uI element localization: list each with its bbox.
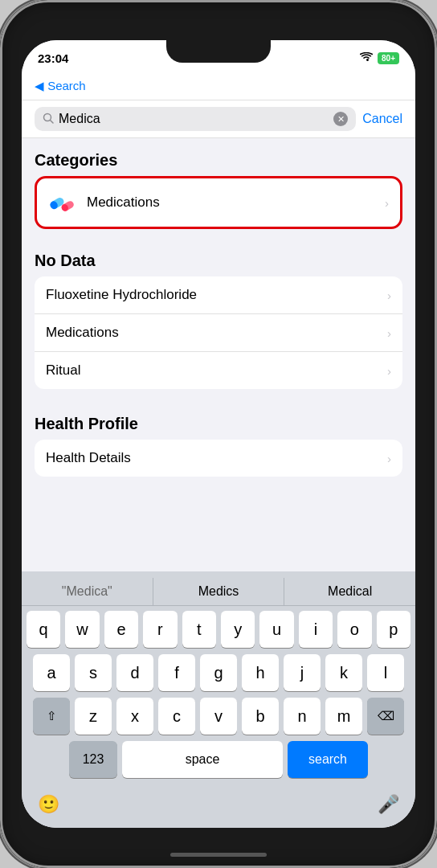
category-medications-label: Medications — [87, 194, 385, 211]
key-r[interactable]: r — [143, 611, 177, 648]
category-medications-item[interactable]: Medications › — [35, 176, 402, 229]
key-y[interactable]: y — [221, 611, 255, 648]
key-t[interactable]: t — [182, 611, 216, 648]
key-a[interactable]: a — [33, 654, 70, 691]
category-medications-wrap: Medications › — [35, 176, 402, 229]
wifi-icon — [360, 51, 373, 64]
key-b[interactable]: b — [242, 698, 279, 735]
keyboard-area: "Medica" Medics Medical q w e r t y u i … — [22, 571, 415, 828]
battery-badge: 80+ — [378, 52, 399, 64]
bottom-bar: 🙂 🎤 — [22, 788, 415, 828]
search-input-wrap: Medica ✕ — [35, 107, 356, 131]
key-row-4: 123 space search — [27, 741, 410, 778]
nav-bar: ◀ Search — [22, 76, 415, 100]
key-q[interactable]: q — [27, 611, 60, 648]
delete-icon: ⌫ — [378, 709, 394, 723]
autocomplete-item[interactable]: Medical — [284, 578, 415, 605]
content-area: Categories Medications — [22, 138, 415, 571]
key-o[interactable]: o — [337, 611, 371, 648]
home-indicator — [170, 853, 267, 857]
no-data-header: No Data — [22, 239, 415, 276]
status-time: 23:04 — [38, 51, 68, 65]
key-p[interactable]: p — [377, 611, 410, 648]
key-n[interactable]: n — [284, 698, 321, 735]
key-g[interactable]: g — [200, 654, 237, 691]
back-button[interactable]: ◀ Search — [35, 79, 402, 93]
chevron-icon: › — [387, 452, 391, 465]
list-item[interactable]: Fluoxetine Hydrochloride › — [35, 276, 402, 314]
key-m[interactable]: m — [325, 698, 362, 735]
key-h[interactable]: h — [242, 654, 279, 691]
health-profile-header: Health Profile — [22, 402, 415, 440]
health-profile-list: Health Details › — [35, 440, 402, 477]
categories-header: Categories — [22, 138, 415, 176]
key-w[interactable]: w — [65, 611, 99, 648]
list-item[interactable]: Medications › — [35, 314, 402, 352]
search-bar-row: Medica ✕ Cancel — [22, 100, 415, 138]
key-z[interactable]: z — [75, 698, 112, 735]
chevron-icon: › — [387, 289, 391, 302]
key-c[interactable]: c — [158, 698, 195, 735]
delete-key[interactable]: ⌫ — [367, 698, 404, 735]
key-d[interactable]: d — [116, 654, 153, 691]
clear-button[interactable]: ✕ — [333, 112, 348, 126]
key-l[interactable]: l — [367, 654, 404, 691]
keys-area: q w e r t y u i o p a s d f g — [22, 608, 415, 788]
notch — [166, 40, 271, 63]
list-item-label: Health Details — [46, 450, 387, 466]
search-key[interactable]: search — [288, 741, 368, 778]
cancel-button[interactable]: Cancel — [362, 112, 402, 126]
key-k[interactable]: k — [325, 654, 362, 691]
search-input[interactable]: Medica — [59, 112, 329, 126]
key-e[interactable]: e — [104, 611, 138, 648]
list-item[interactable]: Ritual › — [35, 352, 402, 389]
space-key[interactable]: space — [122, 741, 283, 778]
chevron-icon: › — [387, 364, 391, 378]
no-data-list: Fluoxetine Hydrochloride › Medications ›… — [35, 276, 402, 389]
status-icons: 80+ — [360, 51, 399, 64]
medications-icon — [48, 188, 77, 217]
key-s[interactable]: s — [75, 654, 112, 691]
chevron-icon: › — [387, 326, 391, 340]
chevron-icon: › — [385, 196, 389, 210]
list-item-label: Fluoxetine Hydrochloride — [46, 287, 387, 303]
key-row-2: a s d f g h j k l — [27, 654, 410, 691]
key-v[interactable]: v — [200, 698, 237, 735]
shift-icon: ⇧ — [47, 709, 57, 723]
key-j[interactable]: j — [284, 654, 321, 691]
key-row-1: q w e r t y u i o p — [27, 611, 410, 648]
key-i[interactable]: i — [299, 611, 333, 648]
emoji-icon[interactable]: 🙂 — [38, 794, 59, 815]
screen: 23:04 80+ ◀ Search — [22, 40, 415, 828]
key-row-3: ⇧ z x c v b n m ⌫ — [27, 698, 410, 735]
autocomplete-row: "Medica" Medics Medical — [22, 578, 415, 606]
mic-icon[interactable]: 🎤 — [378, 794, 399, 815]
list-item[interactable]: Health Details › — [35, 440, 402, 477]
list-item-label: Medications — [46, 325, 387, 341]
svg-line-1 — [51, 120, 54, 123]
autocomplete-item[interactable]: "Medica" — [22, 578, 153, 605]
status-bar: 23:04 80+ — [22, 40, 415, 76]
shift-key[interactable]: ⇧ — [33, 698, 70, 735]
list-item-label: Ritual — [46, 362, 387, 379]
num-key[interactable]: 123 — [69, 741, 117, 778]
key-u[interactable]: u — [259, 611, 293, 648]
phone-shell: 23:04 80+ ◀ Search — [0, 0, 437, 868]
autocomplete-item[interactable]: Medics — [153, 578, 285, 605]
key-x[interactable]: x — [116, 698, 153, 735]
key-f[interactable]: f — [158, 654, 195, 691]
search-icon — [43, 113, 54, 126]
